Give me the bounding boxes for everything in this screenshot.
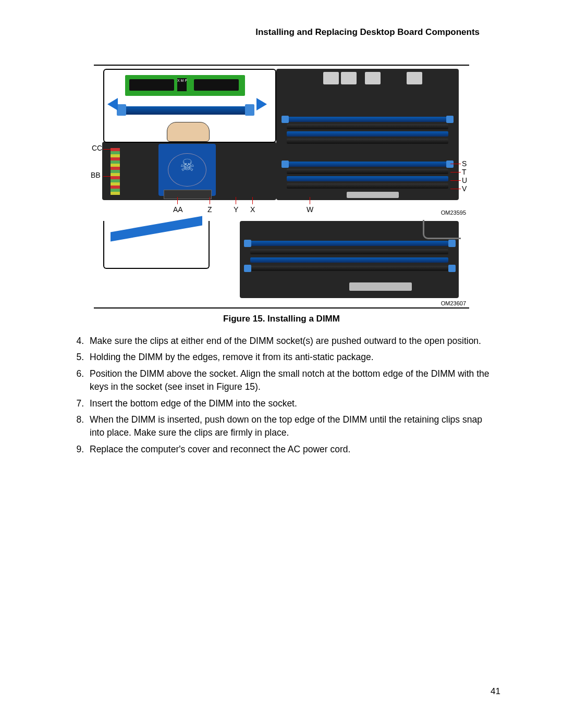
dimm-slot: [287, 183, 448, 189]
leader-line: [103, 149, 111, 150]
label-cc: CC: [92, 144, 102, 152]
cpu-socket-icon: ☠: [158, 144, 216, 196]
label-x: X: [250, 205, 255, 214]
retaining-clip-icon: [117, 104, 126, 116]
leader-line: [210, 197, 210, 204]
leader-line: [310, 197, 310, 204]
retaining-clip-icon: [245, 104, 254, 116]
xmp-label: X M P: [177, 78, 187, 91]
label-w: W: [307, 205, 313, 214]
power-connector-icon: [347, 192, 399, 198]
fan-header-icon: [164, 190, 212, 199]
dimm-slot: [287, 169, 448, 174]
dimm-slot: [287, 117, 448, 122]
dimm-slot: [250, 241, 448, 246]
om-code-1: OM23595: [441, 209, 466, 216]
leader-line: [450, 164, 461, 164]
label-bb: BB: [91, 171, 101, 179]
retaining-clip-icon: [282, 161, 289, 168]
dimm-slot: [250, 257, 448, 263]
io-port-icon: [407, 72, 422, 84]
motherboard-top: [276, 69, 459, 200]
header-pins-icon: [111, 148, 120, 195]
io-port-icon: [323, 72, 339, 84]
label-aa: AA: [173, 205, 183, 214]
retaining-clip-icon: [244, 265, 251, 272]
dimm-slot: [287, 131, 448, 137]
retaining-clip-icon: [448, 265, 456, 272]
retaining-clip-icon: [446, 116, 454, 123]
list-item: When the DIMM is inserted, push down on …: [87, 413, 495, 440]
ram-chip-icon: [129, 79, 174, 91]
list-item: Replace the computer's cover and reconne…: [87, 443, 495, 456]
label-u: U: [462, 176, 467, 184]
hand-icon: [167, 122, 210, 142]
dimm-slot: [111, 216, 202, 241]
label-t: T: [462, 168, 467, 176]
io-port-icon: [365, 72, 381, 84]
retaining-clip-icon: [448, 240, 456, 247]
retaining-clip-icon: [282, 116, 289, 123]
figure-caption: Figure 15. Installing a DIMM: [94, 314, 469, 324]
dimm-slot: [287, 139, 448, 144]
figure-15: ☠ X M P: [94, 65, 469, 326]
label-v: V: [462, 184, 467, 193]
leader-line: [177, 197, 178, 204]
retaining-clip-icon: [446, 161, 454, 168]
ram-module-icon: X M P: [125, 75, 245, 96]
leader-line: [450, 189, 461, 189]
list-item: Holding the DIMM by the edges, remove it…: [87, 351, 495, 364]
list-item: Position the DIMM above the socket. Alig…: [87, 367, 495, 394]
page-number: 41: [491, 686, 500, 697]
inset-angled: [103, 221, 210, 269]
leader-line: [236, 197, 236, 204]
motherboard-bottom: [240, 221, 459, 298]
om-code-2: OM23607: [441, 300, 466, 306]
list-item: Insert the bottom edge of the DIMM into …: [87, 397, 495, 410]
label-s: S: [462, 159, 467, 168]
motherboard-left: ☠: [102, 142, 276, 200]
label-y: Y: [234, 205, 238, 214]
dimm-slot: [250, 249, 448, 254]
retaining-clip-icon: [244, 240, 251, 247]
running-header: Installing and Replacing Desktop Board C…: [52, 27, 480, 38]
leader-line: [450, 180, 461, 181]
dimm-slot: [287, 162, 448, 167]
instruction-list: Make sure the clips at either end of the…: [69, 335, 495, 459]
figure-panel-2: OM23607: [94, 220, 469, 307]
figure-panel-1: ☠ X M P: [94, 66, 469, 217]
figure-box: ☠ X M P: [94, 65, 469, 309]
power-connector-icon: [349, 282, 412, 291]
arrow-left-icon: [107, 98, 118, 110]
leader-line: [103, 176, 111, 177]
dimm-slot: [287, 176, 448, 181]
list-item: Make sure the clips at either end of the…: [87, 335, 495, 348]
dimm-slot: [287, 124, 448, 129]
cpu-retention-icon: [423, 220, 461, 239]
inset-callout: X M P: [103, 69, 276, 143]
dimm-slot: [250, 266, 448, 271]
label-z: Z: [207, 205, 212, 214]
io-port-icon: [341, 72, 357, 84]
leader-line: [252, 197, 253, 204]
arrow-right-icon: [256, 98, 267, 110]
leader-line: [450, 172, 461, 172]
dimm-slot: [124, 106, 246, 115]
ram-chip-icon: [194, 79, 239, 91]
